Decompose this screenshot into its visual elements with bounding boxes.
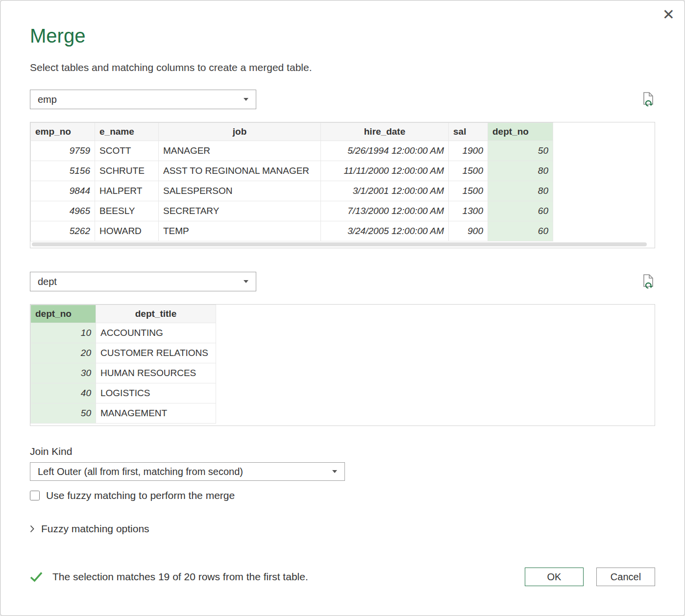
emp-table-select-value: emp [38, 94, 57, 105]
dept-header-row: dept_no dept_title [31, 305, 655, 323]
table-row: 30 HUMAN RESOURCES [31, 363, 655, 383]
page-title: Merge [30, 25, 655, 47]
emp-cell[interactable]: 5156 [31, 161, 95, 181]
refresh-preview-icon[interactable] [641, 274, 655, 289]
emp-cell[interactable]: TEMP [159, 221, 321, 241]
dept-cell-dept_no[interactable]: 40 [31, 383, 96, 403]
dept-table-select-value: dept [38, 276, 57, 287]
emp-cell[interactable]: 900 [449, 221, 488, 241]
emp-cell[interactable]: SECRETARY [159, 201, 321, 221]
dept-cell-dept_no[interactable]: 10 [31, 323, 96, 343]
chevron-down-icon [244, 98, 248, 101]
emp-cell-dept_no[interactable]: 60 [488, 221, 553, 241]
horizontal-scrollbar[interactable] [30, 241, 655, 248]
emp-cell[interactable]: 4965 [31, 201, 95, 221]
status-row: The selection matches 19 of 20 rows from… [30, 571, 525, 583]
emp-col-header-dept_no[interactable]: dept_no [488, 123, 553, 141]
dialog-footer: The selection matches 19 of 20 rows from… [30, 568, 655, 586]
dept-cell[interactable]: MANAGEMENT [96, 403, 216, 424]
table-row: 9759 SCOTT MANAGER 5/26/1994 12:00:00 AM… [31, 141, 655, 161]
close-button[interactable]: ✕ [660, 4, 678, 25]
ok-button[interactable]: OK [525, 568, 584, 586]
emp-cell[interactable]: 1300 [449, 201, 488, 221]
emp-col-header-job[interactable]: job [159, 123, 321, 141]
emp-col-header-hire_date[interactable]: hire_date [321, 123, 449, 141]
dept-cell-dept_no[interactable]: 30 [31, 363, 96, 383]
scrollbar-thumb[interactable] [32, 242, 647, 246]
cancel-button[interactable]: Cancel [596, 568, 655, 586]
emp-cell[interactable]: 1500 [449, 181, 488, 201]
merge-dialog: ✕ Merge Select tables and matching colum… [0, 0, 685, 616]
fuzzy-options-toggle[interactable]: Fuzzy matching options [30, 523, 655, 535]
chevron-down-icon [244, 280, 248, 283]
join-kind-select-value: Left Outer (all from first, matching fro… [38, 466, 243, 477]
dept-cell[interactable]: LOGISTICS [96, 383, 216, 403]
emp-header-row: emp_no e_name job hire_date sal dept_no [31, 123, 655, 141]
table-row: 5156 SCHRUTE ASST TO REGINONAL MANAGER 1… [31, 161, 655, 181]
join-kind-select[interactable]: Left Outer (all from first, matching fro… [30, 462, 345, 481]
emp-cell[interactable]: MANAGER [159, 141, 321, 161]
emp-cell[interactable]: 7/13/2000 12:00:00 AM [321, 201, 449, 221]
emp-cell[interactable]: 1900 [449, 141, 488, 161]
emp-cell[interactable]: 5262 [31, 221, 95, 241]
emp-cell-dept_no[interactable]: 80 [488, 161, 553, 181]
emp-cell[interactable]: BEESLY [95, 201, 159, 221]
dept-cell[interactable]: HUMAN RESOURCES [96, 363, 216, 383]
emp-cell[interactable]: 11/11/2000 12:00:00 AM [321, 161, 449, 181]
emp-cell[interactable]: 3/1/2001 12:00:00 AM [321, 181, 449, 201]
table-row: 20 CUSTOMER RELATIONS [31, 343, 655, 363]
success-check-icon [30, 571, 43, 582]
emp-col-header-sal[interactable]: sal [449, 123, 488, 141]
emp-cell[interactable]: HOWARD [95, 221, 159, 241]
table-row: 4965 BEESLY SECRETARY 7/13/2000 12:00:00… [31, 201, 655, 221]
emp-col-header-e_name[interactable]: e_name [95, 123, 159, 141]
emp-cell-dept_no[interactable]: 60 [488, 201, 553, 221]
emp-cell[interactable]: HALPERT [95, 181, 159, 201]
dept-cell-dept_no[interactable]: 50 [31, 403, 96, 424]
dept-preview-grid: dept_no dept_title 10 ACCOUNTING 20 CUST… [30, 304, 655, 426]
fuzzy-matching-checkbox-label[interactable]: Use fuzzy matching to perform the merge [46, 490, 235, 501]
table-row: 10 ACCOUNTING [31, 323, 655, 343]
dept-table-select[interactable]: dept [30, 272, 256, 291]
dept-picker-row: dept [30, 272, 655, 291]
chevron-right-icon [30, 525, 34, 533]
dept-col-header-dept_title[interactable]: dept_title [96, 305, 216, 323]
emp-grid-filler [553, 123, 655, 141]
fuzzy-options-label: Fuzzy matching options [41, 523, 149, 535]
emp-preview-grid: emp_no e_name job hire_date sal dept_no … [30, 122, 655, 248]
emp-cell[interactable]: 9844 [31, 181, 95, 201]
emp-cell[interactable]: 3/24/2005 12:00:00 AM [321, 221, 449, 241]
emp-cell[interactable]: SALESPERSON [159, 181, 321, 201]
emp-cell-dept_no[interactable]: 50 [488, 141, 553, 161]
emp-cell[interactable]: 5/26/1994 12:00:00 AM [321, 141, 449, 161]
join-kind-label: Join Kind [30, 446, 655, 457]
status-message: The selection matches 19 of 20 rows from… [52, 571, 308, 583]
dept-col-header-dept_no[interactable]: dept_no [31, 305, 96, 323]
dept-cell[interactable]: CUSTOMER RELATIONS [96, 343, 216, 363]
table-row: 40 LOGISTICS [31, 383, 655, 403]
dialog-subtitle: Select tables and matching columns to cr… [30, 62, 655, 73]
fuzzy-matching-checkbox[interactable] [30, 491, 40, 500]
emp-cell[interactable]: ASST TO REGINONAL MANAGER [159, 161, 321, 181]
table-row: 9844 HALPERT SALESPERSON 3/1/2001 12:00:… [31, 181, 655, 201]
table-row: 5262 HOWARD TEMP 3/24/2005 12:00:00 AM 9… [31, 221, 655, 241]
emp-cell[interactable]: 1500 [449, 161, 488, 181]
emp-cell[interactable]: SCHRUTE [95, 161, 159, 181]
refresh-preview-icon[interactable] [641, 92, 655, 107]
dept-cell[interactable]: ACCOUNTING [96, 323, 216, 343]
emp-cell[interactable]: SCOTT [95, 141, 159, 161]
emp-table-select[interactable]: emp [30, 90, 256, 109]
emp-col-header-emp_no[interactable]: emp_no [31, 123, 95, 141]
chevron-down-icon [332, 470, 337, 473]
table-row: 50 MANAGEMENT [31, 403, 655, 424]
emp-picker-row: emp [30, 90, 655, 109]
emp-cell[interactable]: 9759 [31, 141, 95, 161]
emp-cell-dept_no[interactable]: 80 [488, 181, 553, 201]
dept-cell-dept_no[interactable]: 20 [31, 343, 96, 363]
dept-grid-filler [216, 305, 655, 323]
fuzzy-matching-checkbox-row: Use fuzzy matching to perform the merge [30, 490, 655, 501]
